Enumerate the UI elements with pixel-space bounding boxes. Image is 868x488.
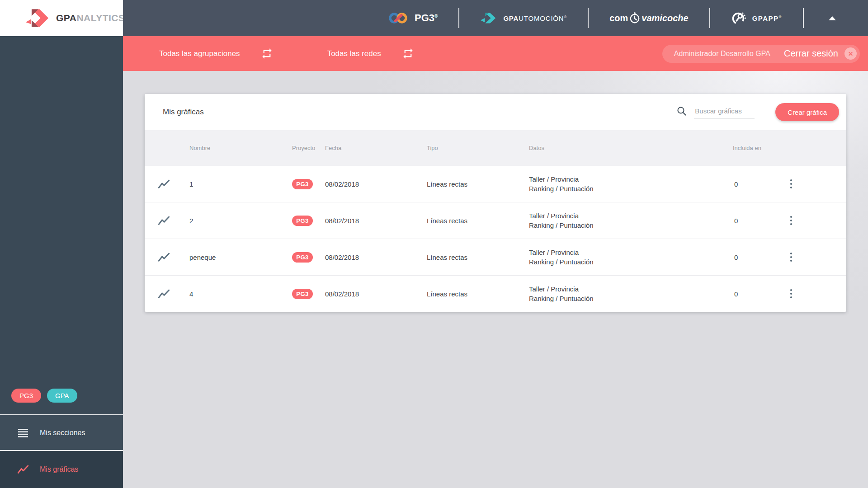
row-type: Líneas rectas xyxy=(427,290,529,298)
filter-redes[interactable]: Todas las redes xyxy=(327,47,414,60)
gpanalytics-logo: GPANALYTICS® xyxy=(0,0,123,36)
table-header: Nombre Proyecto Fecha Tipo Datos Incluid… xyxy=(145,130,846,166)
row-type: Líneas rectas xyxy=(427,217,529,225)
badge-pg3[interactable]: PG3 xyxy=(11,389,41,403)
line-chart-icon xyxy=(145,252,189,263)
row-date: 08/02/2018 xyxy=(325,180,427,188)
gpanalytics-logo-text: GPANALYTICS® xyxy=(56,13,128,23)
row-date: 08/02/2018 xyxy=(325,217,427,225)
swap-icon[interactable] xyxy=(402,47,414,60)
line-chart-icon xyxy=(17,464,29,475)
gpautomocion-logo: GPAUTOMOCIÓN® xyxy=(480,12,567,24)
table-row: 4 PG3 08/02/2018 Líneas rectas Taller / … xyxy=(145,276,846,312)
card-header: Mis gráficas Crear gráfica xyxy=(145,94,846,130)
badge-gpa[interactable]: GPA xyxy=(47,389,77,403)
table-row: 2 PG3 08/02/2018 Líneas rectas Taller / … xyxy=(145,202,846,239)
line-chart-icon xyxy=(145,216,189,226)
row-name: 2 xyxy=(189,217,292,225)
row-data: Taller / ProvinciaRanking / Puntuación xyxy=(529,284,733,303)
row-data: Taller / ProvinciaRanking / Puntuación xyxy=(529,211,733,230)
sidebar: GPANALYTICS® PG3 GPA Mis secciones xyxy=(0,0,123,488)
user-session-pill: Administrador Desarrollo GPA Cerrar sesi… xyxy=(662,45,860,63)
top-brand-bar: PG3® GPAUTOMOCIÓN® com xyxy=(123,0,868,36)
table-row: 1 PG3 08/02/2018 Líneas rectas Taller / … xyxy=(145,166,846,202)
sidebar-item-label: Mis gráficas xyxy=(40,465,78,474)
gpapp-logo-text: GPAPP® xyxy=(752,14,782,22)
gpapp-wrench-icon xyxy=(731,10,746,26)
comprovamicoche-text-pre: com xyxy=(609,13,628,23)
filter-redes-label: Todas las redes xyxy=(327,49,381,58)
search-box xyxy=(676,106,755,118)
project-badge: PG3 xyxy=(292,216,313,226)
comprovamicoche-logo: com vamicoche xyxy=(609,12,689,24)
comprovamicoche-text-post: vamicoche xyxy=(642,13,688,23)
sidebar-item-mis-graficas[interactable]: Mis gráficas xyxy=(0,451,123,488)
table-row: peneque PG3 08/02/2018 Líneas rectas Tal… xyxy=(145,239,846,276)
brand-separator xyxy=(458,8,459,28)
logout-x-icon[interactable]: ✕ xyxy=(844,47,857,60)
logout-label: Cerrar sesión xyxy=(784,48,838,59)
row-menu-kebab-icon[interactable] xyxy=(783,175,799,193)
search-icon[interactable] xyxy=(676,106,687,118)
sidebar-item-label: Mis secciones xyxy=(40,429,85,437)
col-proyecto: Proyecto xyxy=(292,145,325,151)
main-column: PG3® GPAUTOMOCIÓN® com xyxy=(123,0,868,488)
pg3-logo: PG3® xyxy=(388,11,438,25)
page-title: Mis gráficas xyxy=(163,108,204,117)
brand-separator xyxy=(803,8,804,28)
mis-graficas-card: Mis gráficas Crear gráfica xyxy=(145,94,846,312)
sidebar-badges: PG3 GPA xyxy=(0,389,123,414)
line-chart-icon xyxy=(145,289,189,299)
row-data: Taller / ProvinciaRanking / Puntuación xyxy=(529,248,733,267)
row-date: 08/02/2018 xyxy=(325,290,427,298)
gpautomocion-arrow-icon xyxy=(480,12,497,24)
line-chart-icon xyxy=(145,179,189,189)
create-chart-button[interactable]: Crear gráfica xyxy=(775,103,839,121)
stopwatch-icon xyxy=(629,12,640,24)
col-tipo: Tipo xyxy=(427,145,529,151)
sidebar-item-mis-secciones[interactable]: Mis secciones xyxy=(0,415,123,450)
row-included-count: 0 xyxy=(733,180,776,188)
project-badge: PG3 xyxy=(292,179,313,189)
row-date: 08/02/2018 xyxy=(325,253,427,261)
row-included-count: 0 xyxy=(733,253,776,261)
row-name: 1 xyxy=(189,180,292,188)
row-menu-kebab-icon[interactable] xyxy=(783,285,799,303)
filter-agrupaciones-label: Todas las agrupaciones xyxy=(159,49,240,58)
pg3-logo-text: PG3® xyxy=(415,12,438,24)
row-included-count: 0 xyxy=(733,290,776,298)
row-included-count: 0 xyxy=(733,217,776,225)
col-incluida-en: Incluida en xyxy=(733,145,776,151)
app-root: GPANALYTICS® PG3 GPA Mis secciones xyxy=(0,0,868,488)
menu-lines-icon xyxy=(17,427,29,439)
search-input[interactable] xyxy=(694,106,755,118)
row-type: Líneas rectas xyxy=(427,253,529,261)
row-data: Taller / ProvinciaRanking / Puntuación xyxy=(529,174,733,193)
swap-icon[interactable] xyxy=(261,47,273,60)
filter-bar: Todas las agrupaciones Todas las redes A… xyxy=(123,36,868,71)
project-badge: PG3 xyxy=(292,289,313,299)
pg3-infinity-icon xyxy=(388,11,409,25)
filter-agrupaciones[interactable]: Todas las agrupaciones xyxy=(159,47,273,60)
collapse-caret-icon[interactable] xyxy=(825,12,840,24)
logout-button[interactable]: Cerrar sesión ✕ xyxy=(784,47,857,60)
gpapp-logo: GPAPP® xyxy=(731,10,782,26)
project-badge: PG3 xyxy=(292,252,313,263)
gpanalytics-logo-icon xyxy=(25,8,49,28)
brand-separator xyxy=(588,8,589,28)
row-name: 4 xyxy=(189,290,292,298)
content-area: Mis gráficas Crear gráfica xyxy=(123,71,868,488)
row-menu-kebab-icon[interactable] xyxy=(783,248,799,266)
col-datos: Datos xyxy=(529,145,733,151)
row-type: Líneas rectas xyxy=(427,180,529,188)
col-fecha: Fecha xyxy=(325,145,427,151)
col-nombre: Nombre xyxy=(189,145,292,151)
row-name: peneque xyxy=(189,253,292,261)
user-name: Administrador Desarrollo GPA xyxy=(674,50,770,58)
row-menu-kebab-icon[interactable] xyxy=(783,211,799,230)
gpautomocion-logo-text: GPAUTOMOCIÓN® xyxy=(503,14,567,22)
brand-separator xyxy=(709,8,710,28)
